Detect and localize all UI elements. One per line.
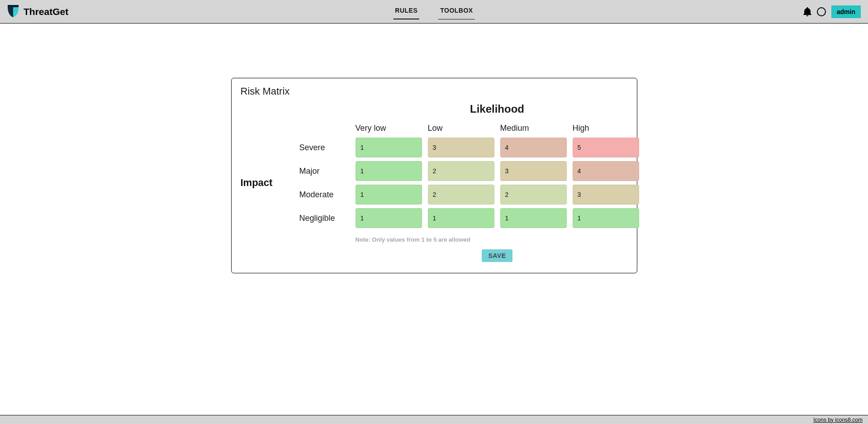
risk-cell[interactable]: 5 [573, 138, 639, 157]
logo-icon [7, 4, 19, 19]
footer-bar: Icons by icons8.com [0, 415, 868, 424]
row-label: Severe [299, 136, 351, 159]
top-bar: ThreatGet RULES TOOLBOX admin [0, 0, 868, 24]
nav-tab-toolbox[interactable]: TOOLBOX [438, 4, 474, 19]
risk-cell[interactable]: 1 [428, 208, 494, 228]
main: Risk Matrix LikelihoodVery lowLowMediumH… [0, 24, 868, 415]
column-header: Low [426, 123, 496, 136]
risk-cell[interactable]: 4 [573, 161, 639, 181]
risk-cell[interactable]: 1 [356, 208, 422, 228]
risk-cell[interactable]: 2 [500, 185, 567, 205]
footer-credit-link[interactable]: Icons by icons8.com [813, 417, 863, 423]
brand-name: ThreatGet [24, 6, 68, 17]
note-text: Note: Only values from 1 to 5 are allowe… [354, 230, 641, 249]
risk-cell[interactable]: 1 [356, 161, 422, 181]
avatar-icon[interactable] [817, 7, 826, 16]
save-button[interactable]: SAVE [482, 249, 512, 262]
row-label: Negligible [299, 206, 351, 230]
user-button[interactable]: admin [831, 5, 861, 18]
top-nav: RULES TOOLBOX [393, 4, 474, 19]
column-header: High [571, 123, 641, 136]
row-label: Moderate [299, 183, 351, 206]
risk-cell[interactable]: 1 [356, 185, 422, 205]
risk-cell[interactable]: 2 [428, 161, 494, 181]
column-header: Medium [498, 123, 569, 136]
risk-cell[interactable]: 2 [428, 185, 494, 205]
nav-tab-rules[interactable]: RULES [393, 4, 419, 19]
impact-title: Impact [241, 136, 297, 230]
likelihood-title: Likelihood [354, 101, 641, 123]
risk-cell[interactable]: 1 [356, 138, 422, 157]
risk-cell[interactable]: 3 [573, 185, 639, 205]
risk-cell[interactable]: 1 [500, 208, 567, 228]
column-header: Very low [354, 123, 424, 136]
brand: ThreatGet [7, 4, 68, 19]
risk-matrix: LikelihoodVery lowLowMediumHighImpactSev… [241, 101, 628, 262]
row-label: Major [299, 159, 351, 183]
top-tools: admin [803, 5, 861, 18]
bell-icon[interactable] [803, 7, 811, 16]
risk-matrix-card: Risk Matrix LikelihoodVery lowLowMediumH… [231, 78, 637, 273]
risk-cell[interactable]: 4 [500, 138, 567, 157]
risk-cell[interactable]: 3 [428, 138, 494, 157]
risk-cell[interactable]: 3 [500, 161, 567, 181]
risk-cell[interactable]: 1 [573, 208, 639, 228]
card-title: Risk Matrix [241, 86, 628, 97]
